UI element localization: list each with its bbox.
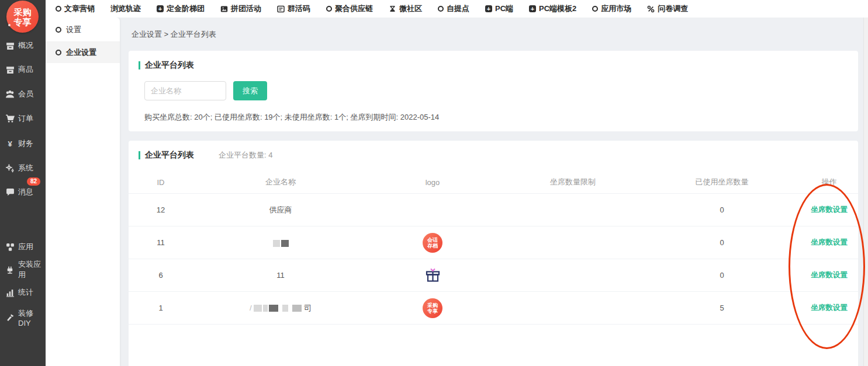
redacted-text (269, 305, 278, 312)
sidebar-item-members[interactable]: 会员 (0, 89, 46, 99)
nav-item-deposit-ladder-group[interactable]: 定金阶梯团 (157, 4, 205, 14)
nav-item-pc[interactable]: PC端 (485, 4, 513, 14)
logo-text: 存档 (427, 243, 438, 249)
message-count-badge: 82 (27, 177, 40, 186)
bar-chart-icon (5, 288, 15, 297)
sidebar-item-goods[interactable]: 商品 (0, 64, 46, 75)
search-button[interactable]: 搜索 (233, 81, 267, 100)
nav-item-survey[interactable]: 问卷调查 (647, 4, 688, 14)
sidebar-item-label: 消息 (18, 187, 33, 197)
yen-icon: ¥ (5, 139, 15, 148)
sidebar-item-statistics[interactable]: 统计 (0, 287, 46, 298)
sidebar-item-decorate-diy[interactable]: 装修DIY (0, 312, 46, 323)
circle-icon (56, 50, 61, 55)
table-header-row: ID 企业名称 logo 坐席数量限制 已使用坐席数量 操作 (129, 171, 858, 194)
seat-settings-link[interactable]: 坐席数设置 (811, 205, 848, 214)
submenu-label: 企业设置 (66, 47, 96, 58)
panel-title: 企业平台列表 (145, 60, 194, 71)
column-header-id: ID (129, 178, 193, 187)
column-header-logo: logo (368, 178, 497, 187)
cell-logo (368, 267, 497, 283)
seat-settings-link[interactable]: 坐席数设置 (811, 238, 848, 246)
table-row: 1 / 司 采购 专享 5 坐席数设置 (129, 292, 858, 325)
cell-id: 12 (129, 205, 193, 214)
members-icon (5, 89, 15, 99)
sidebar-item-system[interactable]: 系统 (0, 163, 46, 173)
hammer-icon (5, 313, 15, 322)
gift-logo-icon (425, 267, 441, 283)
logo-text: 采购 (427, 302, 438, 308)
column-header-name: 企业名称 (193, 177, 368, 187)
sidebar-item-install-apps[interactable]: 安装应用 (0, 264, 46, 275)
sidebar-item-label: 订单 (18, 113, 33, 124)
image-icon (220, 5, 228, 13)
sidebar-item-label: 系统 (18, 163, 33, 173)
plus-square-icon (485, 5, 492, 12)
comment-square-icon (277, 5, 285, 13)
cell-id: 11 (129, 238, 193, 247)
seat-settings-link[interactable]: 坐席数设置 (811, 304, 848, 312)
link-icon (647, 5, 655, 13)
sidebar-item-overview[interactable]: 概况 (0, 40, 46, 51)
app-logo-text-line1: 采购 (14, 7, 32, 17)
cell-id: 6 (129, 271, 193, 280)
sidebar-item-label: 概况 (18, 40, 33, 51)
seat-settings-link[interactable]: 坐席数设置 (811, 271, 848, 279)
sidebar-item-finance[interactable]: ¥ 财务 (0, 138, 46, 149)
redacted-text (292, 305, 302, 312)
vertical-scrollbar[interactable] (863, 18, 868, 366)
cell-seats-used: 0 (649, 205, 795, 214)
sidebar-item-label: 装修DIY (18, 308, 46, 327)
company-name-suffix: 司 (304, 304, 312, 312)
circle-icon (56, 6, 61, 12)
nav-label: 群活码 (288, 4, 310, 14)
nav-label: 定金阶梯团 (167, 4, 205, 14)
nav-item-micro-community[interactable]: 微社区 (389, 4, 422, 14)
sidebar-item-apps[interactable]: 应用 (0, 242, 46, 252)
settings-submenu: 设置 企业设置 (46, 18, 120, 366)
chat-bubble-icon (5, 187, 15, 197)
nav-label: 自提点 (447, 4, 469, 14)
redacted-text: / (250, 304, 252, 312)
nav-item-group-activity[interactable]: 拼团活动 (220, 4, 261, 14)
logo-text: 会话 (427, 237, 438, 243)
seat-stats-text: 购买坐席总数: 20个; 已使用坐席数: 19个; 未使用坐席数: 1个; 坐席… (144, 112, 439, 123)
plus-square-icon (157, 5, 164, 12)
goods-icon (5, 65, 15, 74)
cell-seats-used: 0 (649, 238, 795, 247)
orders-icon (5, 114, 15, 123)
enterprise-name-input[interactable] (144, 81, 226, 100)
sidebar-item-messages[interactable]: 消息 82 (0, 187, 46, 197)
cell-seats-used: 5 (649, 304, 795, 312)
nav-item-app-market[interactable]: 应用市场 (592, 4, 631, 14)
submenu-item-settings[interactable]: 设置 (46, 18, 120, 42)
table-row: 11 会话 存档 0 坐席数设置 (129, 226, 858, 259)
logo-text: 专享 (427, 308, 438, 314)
enterprise-search-panel: 企业平台列表 搜索 购买坐席总数: 20个; 已使用坐席数: 19个; 未使用坐… (129, 51, 858, 131)
nav-item-pc-template2[interactable]: PC端模板2 (529, 4, 576, 14)
nav-item-pickup-point[interactable]: 自提点 (438, 4, 469, 14)
redacted-text (282, 305, 288, 312)
app-logo-text-line2: 专享 (14, 17, 32, 27)
submenu-item-enterprise-settings[interactable]: 企业设置 (46, 42, 120, 63)
sidebar-item-label: 应用 (18, 242, 33, 252)
nav-label: 微社区 (399, 4, 422, 14)
nav-label: 聚合供应链 (335, 4, 373, 14)
sidebar-item-orders[interactable]: 订单 (0, 113, 46, 124)
cell-name (193, 238, 368, 247)
nav-item-supply-chain[interactable]: 聚合供应链 (326, 4, 373, 14)
company-logo-badge: 采购 专享 (423, 298, 442, 318)
section-accent-bar (139, 61, 140, 69)
cell-seats-used: 0 (649, 271, 795, 280)
redacted-text (281, 240, 289, 247)
platform-count-label: 企业平台数量: 4 (219, 150, 272, 161)
nav-item-group-qr[interactable]: 群活码 (277, 4, 310, 14)
nav-item-article-marketing[interactable]: 文章营销 (56, 4, 95, 14)
circle-icon (438, 6, 444, 12)
sidebar-item-label: 财务 (18, 138, 33, 149)
apps-icon (5, 242, 15, 252)
sidebar-item-label: 商品 (18, 64, 33, 75)
overview-icon (5, 41, 15, 50)
redacted-text (273, 240, 280, 247)
nav-item-browse-track[interactable]: 浏览轨迹 (110, 4, 141, 14)
